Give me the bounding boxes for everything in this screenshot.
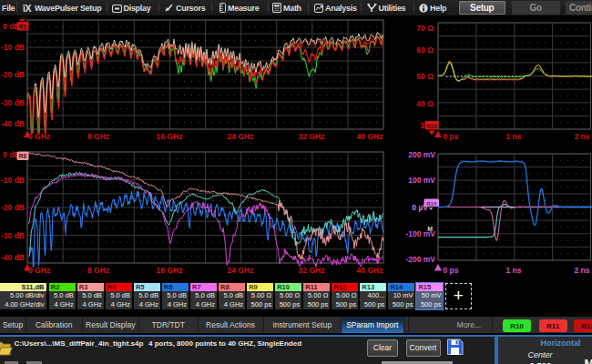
- svg-text:16 GHz: 16 GHz: [157, 266, 183, 275]
- svg-text:0 GHz: 0 GHz: [28, 266, 50, 275]
- svg-text:3: 3: [420, 121, 424, 130]
- svg-text:32 GHz: 32 GHz: [299, 132, 325, 141]
- svg-text:8 GHz: 8 GHz: [87, 266, 109, 275]
- svg-text:R15: R15: [426, 201, 437, 207]
- svg-text:24 GHz: 24 GHz: [228, 266, 254, 275]
- svg-text:2 ns: 2 ns: [574, 266, 589, 275]
- svg-text:0 GHz: 0 GHz: [28, 132, 50, 141]
- svg-text:70 Ω: 70 Ω: [416, 24, 434, 33]
- svg-text:16 GHz: 16 GHz: [157, 132, 183, 141]
- svg-text:R1: R1: [19, 24, 27, 30]
- svg-text:8 GHz: 8 GHz: [87, 132, 109, 141]
- svg-text:100 mV: 100 mV: [408, 176, 435, 185]
- svg-text:1 ns: 1 ns: [505, 266, 521, 275]
- svg-text:M: M: [427, 226, 433, 232]
- svg-text:1 ns: 1 ns: [505, 132, 521, 141]
- svg-text:R8: R8: [19, 153, 27, 159]
- svg-text:-20 dB: -20 dB: [1, 203, 25, 212]
- svg-text:60 Ω: 60 Ω: [416, 46, 434, 55]
- svg-text:40 GHz: 40 GHz: [357, 266, 383, 275]
- svg-text:-30 dB: -30 dB: [1, 231, 25, 240]
- svg-text:24 GHz: 24 GHz: [228, 132, 254, 141]
- svg-text:50 Ω: 50 Ω: [416, 72, 434, 81]
- svg-text:2 ns: 2 ns: [574, 132, 589, 141]
- svg-text:200 mV: 200 mV: [408, 150, 435, 159]
- svg-text:32 GHz: 32 GHz: [299, 266, 325, 275]
- svg-text:-40 dB: -40 dB: [1, 119, 25, 128]
- svg-text:R12: R12: [426, 124, 437, 129]
- svg-text:-10 dB: -10 dB: [1, 176, 25, 185]
- svg-text:40 Ω: 40 Ω: [416, 99, 434, 108]
- svg-text:0 ps: 0 ps: [443, 266, 458, 275]
- svg-text:-10 dB: -10 dB: [1, 43, 25, 52]
- svg-text:-40 dB: -40 dB: [1, 253, 25, 262]
- svg-text:0 ps: 0 ps: [443, 132, 458, 141]
- svg-text:-20 dB: -20 dB: [1, 70, 25, 79]
- svg-text:-200 mV: -200 mV: [405, 255, 435, 264]
- svg-text:40 GHz: 40 GHz: [357, 132, 383, 141]
- svg-text:-30 dB: -30 dB: [1, 98, 25, 107]
